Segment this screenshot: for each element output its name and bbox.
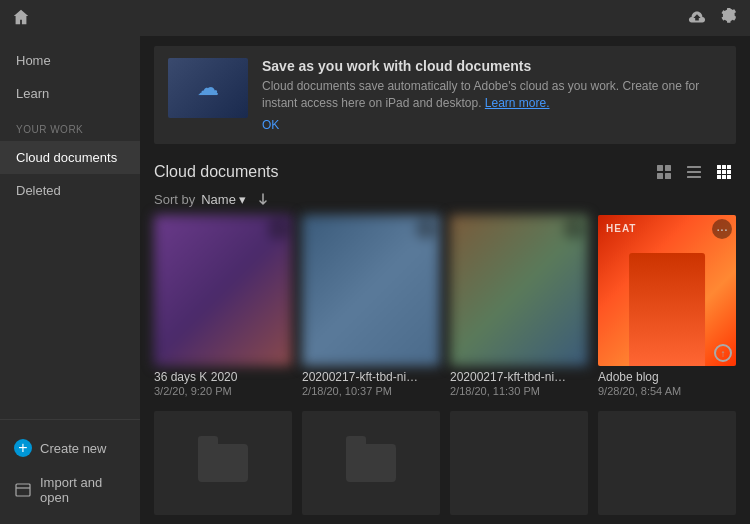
sort-bar: Sort by Name ▾ [140,188,750,215]
document-item-1[interactable]: ··· 20200217-kft-tbd-nike-... 2/18/20, 1… [302,215,440,398]
plus-icon: + [14,439,32,457]
folder-item-0[interactable] [154,411,292,515]
document-name-0: 36 days K 2020 [154,370,237,384]
view-controls [652,162,736,182]
folder-icon-1 [346,444,396,482]
document-date-2: 2/18/20, 11:30 PM [450,385,588,397]
document-date-1: 2/18/20, 10:37 PM [302,385,440,397]
main-layout: Home Learn YOUR WORK Cloud documents Del… [0,36,750,524]
svg-rect-10 [722,165,726,169]
document-thumb-featured: HEAT ··· ↑ [598,215,736,367]
svg-rect-8 [687,176,701,178]
notification-banner: ☁ Save as you work with cloud documents … [154,46,736,144]
learn-more-link[interactable]: Learn more. [485,96,550,110]
sidebar-bottom: + Create new Import and open [0,419,140,524]
document-more-1[interactable]: ··· [416,219,436,239]
svg-rect-5 [665,173,671,179]
document-more-featured[interactable]: ··· [712,219,732,239]
list-view-button[interactable] [682,162,706,182]
folder-thumb-2 [450,411,588,515]
svg-rect-17 [727,175,731,179]
svg-rect-15 [717,175,721,179]
folder-thumb-1 [302,411,440,515]
svg-rect-13 [722,170,726,174]
grid-view-button[interactable] [712,162,736,182]
import-open-button[interactable]: Import and open [0,466,140,514]
svg-rect-7 [687,171,701,173]
banner-title: Save as you work with cloud documents [262,58,722,74]
document-thumb-1: ··· [302,215,440,367]
sidebar-item-cloud-documents[interactable]: Cloud documents [0,141,140,174]
home-icon[interactable] [12,8,30,29]
create-new-button[interactable]: + Create new [0,430,140,466]
document-more-2[interactable]: ··· [564,219,584,239]
banner-text: Save as you work with cloud documents Cl… [262,58,722,132]
document-item-2[interactable]: ··· 20200217-kft-tbd-nike-... 2/18/20, 1… [450,215,588,398]
document-thumb-0: ··· [154,215,292,367]
topbar [0,0,750,36]
sidebar-item-learn[interactable]: Learn [0,77,140,110]
settings-icon[interactable] [720,8,738,29]
folder-row [140,411,750,524]
import-icon [14,481,32,499]
documents-grid: ··· 36 days K 2020 3/2/20, 9:20 PM ··· [140,215,750,412]
folder-icon-0 [198,444,248,482]
svg-rect-2 [657,165,663,171]
svg-rect-4 [657,173,663,179]
document-meta-featured: Adobe blog 9/28/20, 8:54 AM [598,366,736,397]
banner-image: ☁ [168,58,248,118]
document-date-featured: 9/28/20, 8:54 AM [598,385,736,397]
sort-select[interactable]: Name ▾ [201,192,246,207]
svg-rect-12 [717,170,721,174]
banner-ok-button[interactable]: OK [262,118,722,132]
banner-body: Cloud documents save automatically to Ad… [262,78,722,112]
svg-rect-0 [16,484,30,496]
sidebar: Home Learn YOUR WORK Cloud documents Del… [0,36,140,524]
svg-rect-6 [687,166,701,168]
svg-rect-11 [727,165,731,169]
folder-item-3[interactable] [598,411,736,515]
document-item-0[interactable]: ··· 36 days K 2020 3/2/20, 9:20 PM [154,215,292,398]
sidebar-nav: Home Learn YOUR WORK Cloud documents Del… [0,44,140,419]
folder-item-2[interactable] [450,411,588,515]
svg-rect-3 [665,165,671,171]
sort-label: Sort by [154,192,195,207]
document-thumb-2: ··· [450,215,588,367]
document-date-0: 3/2/20, 9:20 PM [154,385,292,397]
sidebar-item-home[interactable]: Home [0,44,140,77]
thumbnail-view-button[interactable] [652,162,676,182]
document-more-0[interactable]: ··· [268,219,288,239]
cloud-upload-icon[interactable] [688,8,706,29]
sort-direction-button[interactable] [256,192,270,206]
document-name-featured: Adobe blog [598,370,659,384]
sidebar-section-your-work: YOUR WORK [0,110,140,141]
section-header: Cloud documents [140,154,750,188]
folder-item-1[interactable] [302,411,440,515]
sidebar-item-deleted[interactable]: Deleted [0,174,140,207]
svg-rect-14 [727,170,731,174]
folder-thumb-3 [598,411,736,515]
document-name-1: 20200217-kft-tbd-nike-... [302,370,419,384]
content-area: ☁ Save as you work with cloud documents … [140,36,750,524]
document-meta-1: 20200217-kft-tbd-nike-... 2/18/20, 10:37… [302,366,440,397]
svg-rect-9 [717,165,721,169]
document-meta-2: 20200217-kft-tbd-nike-... 2/18/20, 11:30… [450,366,588,397]
document-item-featured[interactable]: HEAT ··· ↑ Adobe blog 9/28/20, 8:54 AM [598,215,736,398]
svg-rect-16 [722,175,726,179]
banner-cloud-icon: ☁ [197,75,219,101]
folder-thumb-0 [154,411,292,515]
section-title: Cloud documents [154,163,279,181]
document-meta-0: 36 days K 2020 3/2/20, 9:20 PM [154,366,292,397]
document-name-2: 20200217-kft-tbd-nike-... [450,370,567,384]
